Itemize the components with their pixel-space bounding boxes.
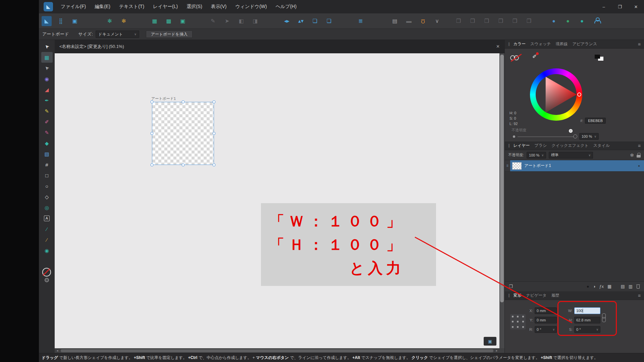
menu-item[interactable]: ウィンドウ(W) [231,0,271,13]
panel-tab[interactable]: スウォッチ [530,41,551,47]
document-tab-title[interactable]: <名称未設定> [変更あり] (50.1%) [59,44,124,50]
panel-menu-icon[interactable]: ≡ [638,42,641,47]
panel-tab[interactable]: ナビゲータ [526,293,547,298]
pixel-alignment-icon[interactable]: ▦ [150,16,160,26]
fill-stroke-swatches[interactable] [42,268,52,283]
polygon-tool[interactable]: ◇ [41,191,53,202]
restore-button[interactable]: ❐ [612,0,628,13]
alignment-icon[interactable]: ≣ [356,16,366,26]
menu-item[interactable]: テキスト(T) [115,0,149,13]
color-wheel[interactable] [530,68,582,121]
link-dimensions-icon[interactable] [601,313,606,322]
selection-handle[interactable] [181,164,184,167]
rotation-input[interactable]: 0 ° ∨ [535,326,557,333]
vertical-scroll-thumb[interactable] [500,55,504,302]
layers-opacity-select[interactable]: 100 % ∨ [527,152,546,159]
snapping-presets-icon[interactable]: ▤ [390,16,400,26]
anchor-selector[interactable] [510,314,526,329]
panel-tab[interactable]: アピアランス [572,41,597,47]
insert-inside-icon[interactable]: ● [563,16,573,26]
pen-tool[interactable]: ✒ [41,95,53,106]
menu-item[interactable]: レイヤー(L) [149,0,182,13]
selection-handle[interactable] [181,101,184,104]
new-group-icon[interactable]: ▥ [629,284,633,289]
size-select[interactable]: ドキュメント ∨ [96,31,139,38]
selection-handle[interactable] [151,132,154,135]
delete-layer-icon[interactable] [636,285,640,289]
corner-tool[interactable]: ◢ [41,84,53,95]
layer-effects-icon[interactable]: ƒx [599,284,604,289]
crop-tool[interactable]: # [41,159,53,170]
fill-layer-icon[interactable]: ▦ [607,284,611,289]
color-picker-tool[interactable]: ∕ [41,224,53,234]
black-white-swatch[interactable] [595,55,605,61]
eyedropper-icon[interactable]: ✐ [532,53,537,60]
layer-row-artboard1[interactable]: ⠿ アートボード1 ● [505,160,644,172]
canvas[interactable]: アートボード1 ▣ ◄ [55,53,504,353]
panel-drag-handle-icon[interactable]: ∥ [508,143,510,148]
pencil-tool[interactable]: ✎ [41,106,53,116]
preferences-gear-icon[interactable]: ✻ [119,16,129,26]
opacity-slider[interactable] [518,136,574,137]
ruler-tool[interactable]: ∕ [41,234,53,245]
layer-visibility-dot[interactable]: ● [638,164,640,168]
selection-handle[interactable] [151,164,154,167]
shear-input[interactable]: 0 ° ∨ [574,326,600,333]
layer-drag-handle-icon[interactable]: ⠿ [505,160,510,171]
panel-tab[interactable]: カラー [514,41,526,47]
send-backward-icon[interactable]: ❏ [324,16,334,26]
menu-item[interactable]: ヘルプ(H) [271,0,301,13]
scroll-right-icon[interactable]: ► [494,349,499,352]
bring-forward-icon[interactable]: ❏ [310,16,320,26]
artboard-surface[interactable] [152,102,214,165]
horizontal-scrollbar[interactable]: ◄ ► [55,348,499,353]
insert-on-top-icon[interactable]: ● [577,16,587,26]
view-mode-button[interactable]: ▣ [484,337,496,346]
selection-handle[interactable] [213,164,216,167]
pixel-persona-button[interactable]: ⣿ [56,16,66,26]
x-input[interactable]: 0 mm [535,307,557,314]
panel-tab[interactable]: 変形 [514,293,522,298]
menu-item[interactable]: 編集(E) [90,0,115,13]
panel-tab[interactable]: ブラシ [534,143,547,148]
transparency-tool[interactable]: ▧ [41,148,53,159]
document-setup-gear-icon[interactable]: ✻ [105,16,115,26]
panel-tab[interactable]: 境界線 [555,41,568,47]
height-input[interactable]: 62.8 mm [574,317,600,323]
selection-handle[interactable] [151,101,154,104]
account-button[interactable] [594,17,600,25]
artboard-tool[interactable]: ▦ [41,52,53,63]
snapping-toggle[interactable]: ▬ [404,16,414,26]
layers-list[interactable]: ⠿ アートボード1 ● [505,160,644,281]
panel-drag-handle-icon[interactable]: ∥ [508,42,510,46]
fill-tool[interactable]: ◆ [41,138,53,148]
contour-tool[interactable]: ◉ [41,73,53,84]
document-close-icon[interactable]: ✕ [496,44,500,49]
snapping-chevron-icon[interactable]: ∨ [432,16,442,26]
y-input[interactable]: 0 mm [535,317,557,323]
no-color-icon[interactable] [510,55,522,61]
panel-tab[interactable]: レイヤー [514,143,530,148]
minimize-button[interactable]: – [596,0,612,13]
insert-artboard-button[interactable]: アートボードを挿入 [146,31,193,38]
panel-tab[interactable]: 履歴 [551,293,559,298]
hex-value-field[interactable]: EBEBEB [585,118,606,124]
whole-pixel-move-icon[interactable]: ▩ [164,16,174,26]
panel-tab[interactable]: スタイル [593,143,610,148]
flip-vertical-icon[interactable]: ▴▾ [296,16,306,26]
insert-behind-icon[interactable]: ● [549,16,559,26]
lock-icon[interactable] [637,153,641,158]
ellipse-tool[interactable]: ○ [41,181,53,191]
panel-drag-handle-icon[interactable]: ∥ [508,293,510,298]
mask-layer-icon[interactable]: ● [587,284,589,289]
close-button[interactable]: ✕ [628,0,644,13]
width-input[interactable]: 100 [574,307,600,314]
horizontal-scroll-thumb[interactable] [61,349,493,352]
edit-all-layers-icon[interactable]: ❐ [509,284,513,289]
move-tool[interactable]: ➤ [41,41,53,52]
opacity-value-select[interactable]: 100 % ∨ [579,133,599,140]
layer-thumbnail[interactable] [512,162,522,170]
opacity-slider-knob[interactable] [573,134,577,138]
menu-item[interactable]: ファイル(F) [56,0,90,13]
menu-item[interactable]: 表示(V) [207,0,231,13]
